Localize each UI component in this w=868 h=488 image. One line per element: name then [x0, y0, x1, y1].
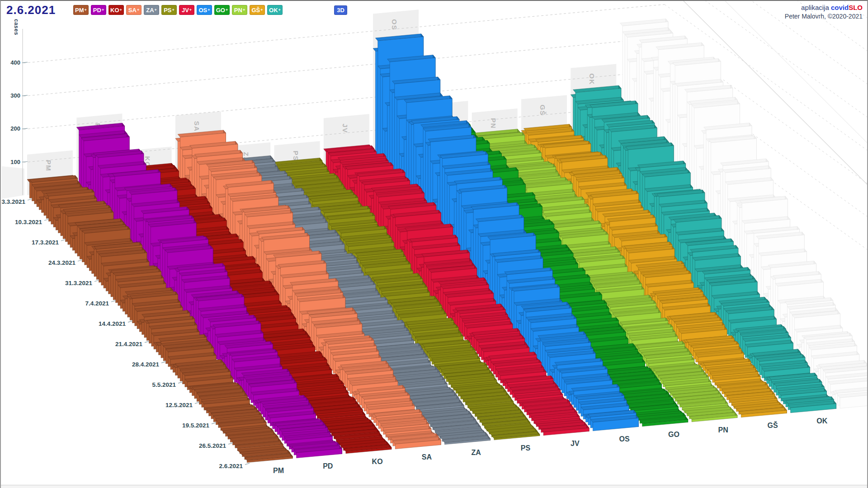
- date-tick: [111, 300, 116, 302]
- rightwall-gridline-800: [665, 1, 868, 19]
- y-tick-label-400: 400: [10, 59, 20, 66]
- date-tick-label-12.5.2021: 12.5.2021: [165, 402, 193, 408]
- region-axis-label-PN: PN: [718, 426, 728, 434]
- region-axis-label-OK: OK: [816, 417, 827, 425]
- date-tick: [161, 361, 166, 363]
- date-tick-label-2.6.2021: 2.6.2021: [219, 463, 243, 469]
- y-tick: [22, 62, 28, 63]
- wall-label-PS: PS: [292, 150, 300, 161]
- region-axis-label-PS: PS: [521, 444, 531, 452]
- date-tick: [28, 199, 32, 200]
- date-tick: [212, 422, 216, 424]
- date-tick-label-10.3.2021: 10.3.2021: [15, 219, 42, 225]
- region-axis-label-OS: OS: [619, 435, 630, 443]
- y-tick: [22, 95, 28, 96]
- region-axis-label-GŠ: GŠ: [767, 421, 778, 429]
- date-tick: [78, 260, 82, 261]
- date-tick: [228, 443, 233, 444]
- wall-label-SA: SA: [193, 121, 201, 132]
- region-axis-label-GO: GO: [668, 431, 679, 438]
- y-axis-title: cases: [13, 19, 19, 35]
- date-tick-label-19.5.2021: 19.5.2021: [182, 422, 210, 429]
- covidslo-app-window: 2.6.2021 PM+PD+KO+SA+ZA+PS+JV+OS+GO+PN+G…: [0, 0, 868, 488]
- region-axis-label-PM: PM: [273, 467, 284, 474]
- footer-band: [1, 485, 867, 488]
- region-axis-label-KO: KO: [372, 458, 383, 465]
- date-tick-label-26.5.2021: 26.5.2021: [199, 442, 226, 449]
- 3d-ribbon-chart: PMPDKOSAZAPSJVOSGOPNGŠOKPMPDKOSAZAPSJVOS…: [1, 1, 868, 488]
- date-tick-label-28.4.2021: 28.4.2021: [132, 361, 160, 368]
- date-tick-label-24.3.2021: 24.3.2021: [48, 259, 76, 266]
- date-tick-label-21.4.2021: 21.4.2021: [115, 341, 143, 347]
- date-tick-label-14.4.2021: 14.4.2021: [99, 320, 126, 327]
- date-tick: [128, 321, 132, 322]
- date-tick: [178, 382, 183, 383]
- wall-label-OK: OK: [588, 74, 596, 85]
- gridline-400: [24, 5, 665, 63]
- region-axis-label-JV: JV: [571, 440, 580, 447]
- y-tick-label-100: 100: [10, 159, 20, 165]
- date-tick: [195, 402, 199, 404]
- wall-label-GŠ: GŠ: [539, 105, 547, 116]
- y-tick: [22, 162, 28, 162]
- date-tick-label-3.3.2021: 3.3.2021: [1, 198, 25, 205]
- region-axis-label-ZA: ZA: [472, 449, 481, 456]
- date-tick: [61, 239, 66, 241]
- date-tick: [94, 280, 99, 282]
- y-tick-label-200: 200: [10, 125, 20, 132]
- date-tick-label-31.3.2021: 31.3.2021: [65, 280, 93, 286]
- wall-label-PN: PN: [490, 118, 497, 129]
- gridline-300: [24, 38, 665, 96]
- y-tick-label-300: 300: [10, 92, 20, 99]
- region-axis-label-PD: PD: [323, 462, 333, 470]
- left-wall: [2, 166, 24, 199]
- date-tick-label-5.5.2021: 5.5.2021: [152, 381, 176, 388]
- wall-label-PM: PM: [45, 160, 52, 172]
- date-tick-label-17.3.2021: 17.3.2021: [32, 239, 59, 246]
- wall-label-JV: JV: [341, 123, 349, 133]
- y-tick: [22, 128, 28, 129]
- region-axis-label-SA: SA: [422, 453, 432, 461]
- date-tick: [44, 219, 49, 221]
- date-tick: [145, 341, 149, 343]
- date-tick: [245, 463, 250, 465]
- date-tick-label-7.4.2021: 7.4.2021: [85, 300, 109, 307]
